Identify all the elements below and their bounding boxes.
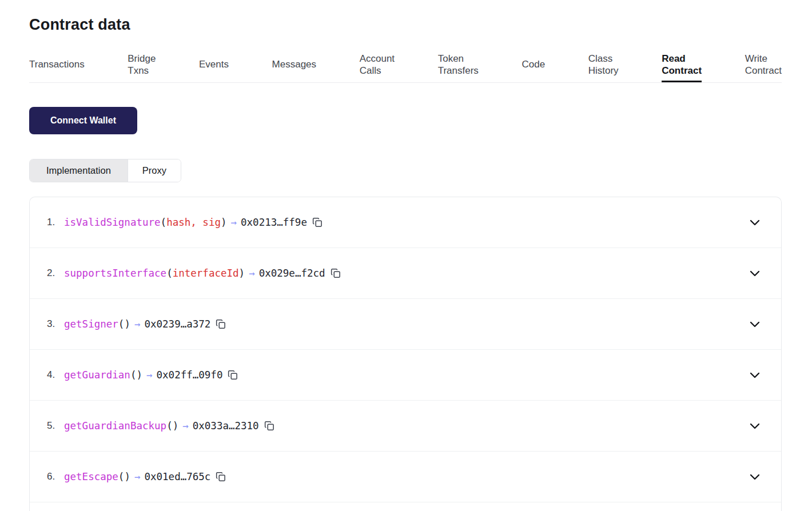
function-result: 0x01ed…765c <box>144 471 210 482</box>
paren-open: ( <box>166 268 173 279</box>
paren-close: ) <box>173 420 179 432</box>
arrow-glyph: → <box>245 268 259 279</box>
chevron-down-icon[interactable] <box>748 215 762 229</box>
function-index: 3. <box>47 318 64 330</box>
copy-icon[interactable] <box>228 370 238 380</box>
function-name: isValidSignature <box>64 217 161 228</box>
paren-close: ) <box>124 471 130 482</box>
function-signature: 5. getGuardianBackup()→0x033a…2310 <box>47 420 274 432</box>
tab-token-transfers[interactable]: Token Transfers <box>438 47 479 82</box>
function-index: 4. <box>47 369 64 381</box>
paren-close: ) <box>124 318 130 330</box>
function-index: 6. <box>47 471 64 482</box>
paren-open: ( <box>118 471 125 482</box>
function-row[interactable]: 6. getEscape()→0x01ed…765c <box>30 452 781 502</box>
contract-data-page: Contract data Transactions Bridge Txns E… <box>0 0 812 511</box>
function-params: interfaceId <box>173 268 239 279</box>
arrow-glyph: → <box>227 217 241 228</box>
function-params: hash, sig <box>166 217 221 228</box>
toggle-option-implementation[interactable]: Implementation <box>30 159 128 182</box>
arrow-glyph: → <box>178 420 193 432</box>
function-name: getSigner <box>64 318 118 330</box>
arrow-glyph: → <box>130 318 145 330</box>
function-row[interactable]: 1. isValidSignature(hash, sig)→0x0213…ff… <box>30 197 781 248</box>
chevron-down-icon[interactable] <box>748 266 762 280</box>
tab-label: Code <box>522 59 545 71</box>
function-name: getGuardianBackup <box>64 420 166 432</box>
function-result: 0x02ff…09f0 <box>157 369 223 381</box>
copy-icon[interactable] <box>312 217 323 227</box>
tab-label: Bridge Txns <box>128 53 156 77</box>
function-name: getEscape <box>64 471 118 482</box>
paren-close: ) <box>221 217 227 228</box>
function-signature: 2. supportsInterface(interfaceId)→0x029e… <box>47 268 341 279</box>
function-signature: 4. getGuardian()→0x02ff…09f0 <box>47 369 238 381</box>
function-result: 0x033a…2310 <box>193 420 259 432</box>
paren-open: ( <box>118 318 125 330</box>
chevron-down-icon[interactable] <box>748 470 762 484</box>
copy-icon[interactable] <box>331 268 341 278</box>
implementation-proxy-toggle: ImplementationProxy <box>29 159 181 182</box>
tab-class-history[interactable]: Class History <box>588 47 619 82</box>
arrow-glyph: → <box>142 369 157 381</box>
function-signature: 3. getSigner()→0x0239…a372 <box>47 318 226 330</box>
function-row[interactable]: 3. getSigner()→0x0239…a372 <box>30 299 781 350</box>
arrow-glyph: → <box>130 471 145 482</box>
copy-icon[interactable] <box>216 319 226 329</box>
paren-close: ) <box>136 369 142 381</box>
connect-wallet-button[interactable]: Connect Wallet <box>29 107 137 134</box>
copy-icon[interactable] <box>216 472 226 482</box>
chevron-down-icon[interactable] <box>748 317 762 331</box>
tab-label: Token Transfers <box>438 53 479 77</box>
function-index: 1. <box>47 217 64 228</box>
function-result: 0x0239…a372 <box>144 318 210 330</box>
paren-open: ( <box>161 217 167 228</box>
chevron-down-icon[interactable] <box>748 368 762 382</box>
paren-close: ) <box>239 268 245 279</box>
page-title: Contract data <box>29 0 782 34</box>
copy-icon[interactable] <box>264 421 274 431</box>
tab-read-contract[interactable]: Read Contract <box>662 47 702 82</box>
paren-open: ( <box>130 369 137 381</box>
chevron-down-icon[interactable] <box>748 419 762 433</box>
function-row[interactable]: 4. getGuardian()→0x02ff…09f0 <box>30 350 781 401</box>
function-row[interactable]: 2. supportsInterface(interfaceId)→0x029e… <box>30 248 781 299</box>
tab-code[interactable]: Code <box>522 47 545 82</box>
tab-label: Class History <box>588 53 619 77</box>
tab-label: Transactions <box>29 59 85 71</box>
tab-bar: Transactions Bridge Txns Events Messages… <box>29 47 782 83</box>
function-name: supportsInterface <box>64 268 166 279</box>
tab-label: Messages <box>272 59 316 71</box>
tab-messages[interactable]: Messages <box>272 47 316 82</box>
tab-account-calls[interactable]: Account Calls <box>360 47 395 82</box>
tab-events[interactable]: Events <box>199 47 229 82</box>
function-index: 5. <box>47 420 64 432</box>
function-index: 2. <box>47 268 64 279</box>
function-row[interactable]: 5. getGuardianBackup()→0x033a…2310 <box>30 401 781 452</box>
tab-label: Account Calls <box>360 53 395 77</box>
function-signature: 1. isValidSignature(hash, sig)→0x0213…ff… <box>47 217 323 228</box>
tab-transactions[interactable]: Transactions <box>29 47 85 82</box>
function-result: 0x0213…ff9e <box>241 217 307 228</box>
toggle-option-proxy[interactable]: Proxy <box>128 159 181 182</box>
tab-bridge-txns[interactable]: Bridge Txns <box>128 47 156 82</box>
paren-open: ( <box>166 420 173 432</box>
function-signature: 6. getEscape()→0x01ed…765c <box>47 471 226 482</box>
function-result: 0x029e…f2cd <box>259 268 325 279</box>
tab-label: Write Contract <box>745 53 782 77</box>
tab-label: Events <box>199 59 229 71</box>
function-name: getGuardian <box>64 369 130 381</box>
tab-write-contract[interactable]: Write Contract <box>745 47 782 82</box>
tab-label: Read Contract <box>662 53 702 77</box>
read-contract-function-list: 1. isValidSignature(hash, sig)→0x0213…ff… <box>29 197 782 511</box>
